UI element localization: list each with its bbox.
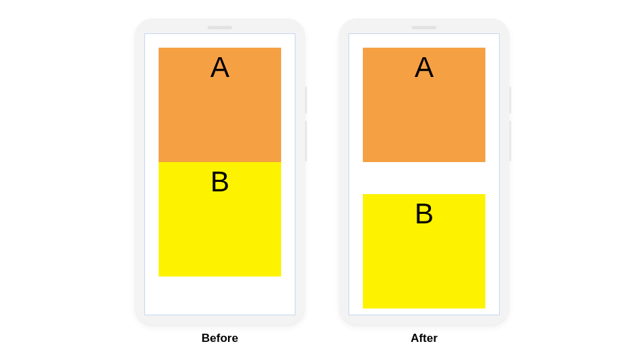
phone-frame-before: A B [135, 18, 305, 325]
box-a-after: A [363, 48, 485, 162]
box-b-before: B [159, 162, 281, 277]
box-b-after: B [363, 194, 485, 309]
phone-side-button [305, 121, 307, 161]
phone-side-button [509, 121, 511, 161]
after-column: A B After [339, 18, 509, 345]
phone-side-button [509, 86, 511, 114]
caption-before: Before [202, 332, 238, 345]
phone-speaker [208, 26, 232, 29]
phone-frame-after: A B [339, 18, 509, 325]
phone-side-button [305, 86, 307, 114]
before-column: A B Before [135, 18, 305, 345]
caption-after: After [410, 332, 438, 345]
box-a-before: A [159, 48, 281, 162]
phone-screen-after: A B [349, 33, 500, 315]
phone-speaker [412, 26, 436, 29]
phone-screen-before: A B [144, 33, 295, 315]
